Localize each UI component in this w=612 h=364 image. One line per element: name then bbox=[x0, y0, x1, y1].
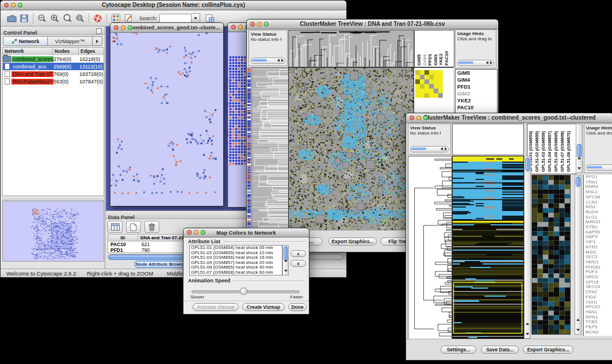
panel-splitter[interactable] bbox=[2, 197, 104, 201]
delete-attribute-button[interactable] bbox=[144, 221, 159, 233]
treeview2-heatmap[interactable] bbox=[452, 156, 524, 340]
scroll-thumb[interactable] bbox=[458, 61, 473, 64]
usage-hints-scrollbar[interactable] bbox=[457, 60, 494, 66]
treeview1-heatmap[interactable] bbox=[288, 67, 414, 231]
select-attributes-button[interactable] bbox=[108, 221, 123, 233]
gene-label[interactable]: GIM4 bbox=[456, 76, 497, 83]
treeview2-heatmap-scrollbar[interactable] bbox=[524, 156, 531, 339]
treeview1-row-dendrogram[interactable] bbox=[251, 67, 289, 231]
overview-canvas[interactable] bbox=[3, 201, 104, 261]
minimize-button[interactable] bbox=[121, 25, 125, 30]
scroll-thumb[interactable] bbox=[525, 158, 530, 171]
move-down-button[interactable]: ∨ bbox=[290, 260, 306, 267]
scroll-left-arrow-icon[interactable] bbox=[486, 61, 488, 64]
treeview2-zoom-scrollbar[interactable] bbox=[575, 175, 582, 335]
slider-thumb[interactable] bbox=[240, 288, 247, 295]
tab-overflow-button[interactable] bbox=[93, 36, 102, 46]
treeview1-title-bar[interactable]: ClusterMaker TreeView : DNA and Tran 07-… bbox=[247, 20, 498, 29]
column-label[interactable]: GPL51-03 (GSM856) bbox=[541, 131, 546, 172]
column-label[interactable]: PFD1 bbox=[427, 54, 433, 66]
export-graphics-button[interactable]: Export Graphics... bbox=[328, 237, 377, 246]
column-label[interactable]: GPL51-04 (GSM857) bbox=[547, 131, 552, 172]
minimize-button[interactable] bbox=[416, 116, 421, 120]
zoom-out-button[interactable] bbox=[36, 13, 48, 24]
open-file-button[interactable] bbox=[5, 13, 18, 24]
create-vizmap-button[interactable]: Create Vizmap bbox=[242, 303, 285, 311]
save-button[interactable] bbox=[18, 13, 30, 24]
treeview2-zoom-heatmap[interactable] bbox=[531, 175, 571, 335]
column-label[interactable]: GIM5 bbox=[416, 54, 422, 66]
treeview2-column-dendrogram[interactable] bbox=[452, 124, 524, 155]
minimize-button[interactable] bbox=[11, 3, 16, 7]
gene-label[interactable]: PAC10 bbox=[456, 104, 497, 111]
tab-network[interactable]: Network bbox=[3, 36, 48, 46]
scroll-thumb[interactable] bbox=[576, 177, 580, 187]
network-row[interactable]: combined_sco 2569(6) 13112(15) bbox=[3, 63, 104, 70]
zoom-button[interactable] bbox=[423, 116, 428, 120]
zoom-button[interactable] bbox=[18, 3, 22, 7]
attribute-option[interactable]: GPL51-07 (GSM868) heat shock 60 min bbox=[190, 270, 282, 275]
column-label[interactable]: GPL51-06 (GSM865) bbox=[553, 131, 559, 172]
move-up-button[interactable]: ∧ bbox=[290, 250, 306, 257]
minimize-button[interactable] bbox=[238, 25, 243, 29]
animate-vizmap-button[interactable]: Animate Vizmap bbox=[193, 303, 239, 311]
network-row[interactable]: combined_scores 2764(0) 16218(0) bbox=[3, 55, 104, 63]
export-graphics-button[interactable]: Export Graphics... bbox=[523, 346, 573, 354]
attribute-list-scrollbar[interactable] bbox=[282, 245, 289, 275]
close-button[interactable] bbox=[410, 116, 414, 120]
gene-label[interactable]: MON2 bbox=[584, 330, 612, 335]
mini-heatmap[interactable] bbox=[415, 70, 443, 98]
zoom-button[interactable] bbox=[128, 25, 132, 30]
scroll-thumb[interactable] bbox=[252, 59, 267, 62]
search-input[interactable] bbox=[159, 14, 192, 23]
column-label[interactable]: GIM4 bbox=[422, 54, 427, 66]
column-label[interactable]: PAC10 bbox=[444, 51, 449, 66]
treeview2-row-dendrogram[interactable] bbox=[408, 156, 452, 340]
minimize-button[interactable] bbox=[257, 22, 262, 26]
gene-label[interactable]: GIM3 bbox=[456, 90, 497, 97]
animation-speed-slider[interactable] bbox=[192, 288, 299, 294]
view-status-scrollbar[interactable] bbox=[251, 58, 285, 64]
minimize-button[interactable] bbox=[194, 230, 198, 235]
scroll-right-arrow-icon[interactable] bbox=[490, 61, 492, 64]
treeview1-column-dendrogram[interactable] bbox=[288, 30, 414, 67]
zoom-selected-button[interactable] bbox=[61, 13, 74, 24]
network-overview[interactable] bbox=[2, 201, 104, 262]
column-label[interactable]: GIM3 bbox=[433, 54, 438, 66]
scroll-up-arrow-icon[interactable] bbox=[576, 319, 580, 321]
scroll-left-arrow-icon[interactable] bbox=[441, 147, 443, 151]
scroll-left-arrow-icon[interactable] bbox=[277, 59, 280, 62]
scroll-down-arrow-icon[interactable] bbox=[577, 167, 581, 170]
close-button[interactable] bbox=[250, 22, 255, 26]
scroll-right-arrow-icon[interactable] bbox=[445, 147, 447, 151]
close-button[interactable] bbox=[4, 3, 9, 7]
close-button[interactable] bbox=[114, 25, 118, 30]
float-panel-icon[interactable] bbox=[96, 28, 102, 34]
network-canvas[interactable] bbox=[110, 23, 222, 196]
zoom-button[interactable] bbox=[201, 230, 205, 235]
column-header[interactable]: Edges bbox=[79, 48, 104, 55]
column-label[interactable]: GPL51-08 (GSM872) bbox=[566, 131, 571, 172]
column-header-id[interactable]: ID bbox=[108, 235, 138, 241]
scroll-thumb[interactable] bbox=[411, 147, 426, 150]
zoom-fit-button[interactable] bbox=[74, 13, 86, 24]
gene-label[interactable]: YKE2 bbox=[456, 97, 497, 104]
node-attribute-browser-tab[interactable]: Node Attribute Browser bbox=[134, 260, 189, 268]
column-header[interactable]: Network bbox=[3, 48, 53, 55]
treeview2-label-scrollbar[interactable] bbox=[576, 124, 583, 173]
view-status-scrollbar[interactable] bbox=[410, 146, 449, 152]
column-label[interactable]: GPL51-07 (GSM868) bbox=[560, 131, 565, 172]
scroll-down-arrow-icon[interactable] bbox=[284, 270, 288, 272]
scroll-down-arrow-icon[interactable] bbox=[576, 329, 580, 331]
zoom-in-button[interactable] bbox=[48, 13, 61, 24]
usage-hints-scrollbar[interactable] bbox=[586, 164, 612, 171]
treeview1-global-strip[interactable] bbox=[247, 67, 251, 230]
tab-vizmapper[interactable]: VizMapper™ bbox=[48, 36, 93, 46]
network-row[interactable]: DNA and Tran 07 769(0) 183728(0) bbox=[3, 70, 104, 78]
settings-button[interactable]: Settings... bbox=[441, 346, 476, 354]
gene-label[interactable]: GIM5 bbox=[456, 70, 497, 76]
network-window-title-bar[interactable]: combined_scores_good.txt--cluste... bbox=[110, 23, 223, 33]
zoom-button[interactable] bbox=[264, 22, 269, 26]
column-header[interactable]: Nodes bbox=[53, 48, 79, 55]
save-data-button[interactable]: Save Data... bbox=[481, 346, 519, 354]
